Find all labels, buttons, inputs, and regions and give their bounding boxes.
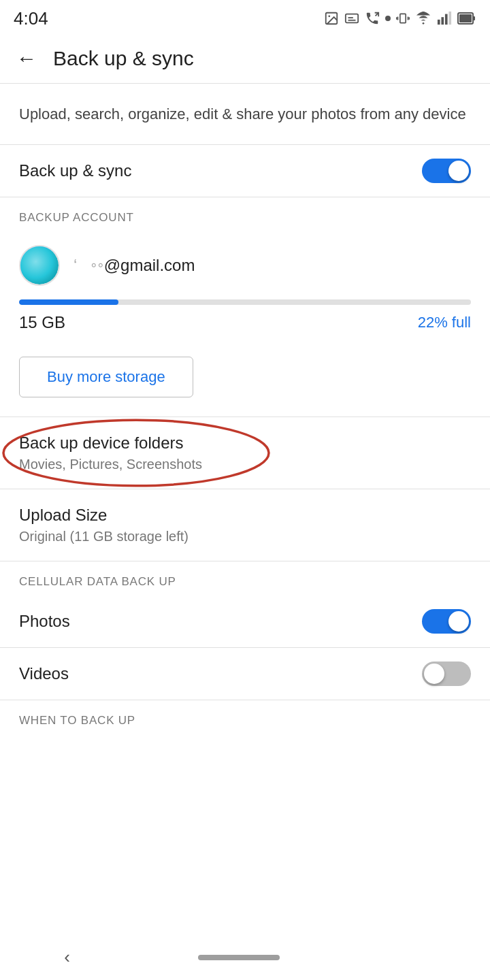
upload-size-row[interactable]: Upload Size Original (11 GB storage left… <box>0 489 490 561</box>
nav-back-button[interactable]: ‹ <box>64 947 70 968</box>
avatar <box>19 245 60 286</box>
cellular-data-header: CELLULAR DATA BACK UP <box>0 561 490 595</box>
videos-toggle-thumb <box>424 664 444 684</box>
status-time: 4:04 <box>14 8 48 29</box>
caption-icon <box>344 11 359 26</box>
photos-toggle-thumb <box>448 611 469 632</box>
spacer <box>0 734 490 816</box>
svg-rect-12 <box>438 20 440 24</box>
svg-rect-6 <box>400 14 406 22</box>
device-folders-title: Back up device folders <box>19 434 471 453</box>
device-folders-row[interactable]: Back up device folders Movies, Pictures,… <box>0 417 490 489</box>
red-oval-annotation <box>0 417 490 489</box>
storage-bar-background <box>19 299 471 305</box>
videos-toggle-row: Videos <box>0 648 490 700</box>
videos-label: Videos <box>19 664 69 683</box>
wifi-icon <box>415 11 431 26</box>
status-icons <box>324 11 476 26</box>
status-bar: 4:04 <box>0 0 490 34</box>
battery-icon <box>457 11 476 26</box>
when-to-backup-header: WHEN TO BACK UP <box>0 700 490 734</box>
storage-size: 15 GB <box>19 313 65 332</box>
upload-size-title: Upload Size <box>19 506 471 525</box>
svg-rect-18 <box>459 14 472 22</box>
svg-point-1 <box>328 15 330 17</box>
backup-sync-row: Back up & sync <box>0 145 490 197</box>
svg-point-19 <box>3 420 269 486</box>
backup-sync-label: Back up & sync <box>19 161 131 180</box>
dot-icon <box>385 16 391 21</box>
nav-bar: ‹ <box>0 934 490 980</box>
avatar-image <box>20 246 59 284</box>
svg-rect-13 <box>441 17 444 24</box>
image-icon <box>324 11 339 26</box>
nav-home-pill[interactable] <box>198 955 280 960</box>
svg-rect-14 <box>445 14 448 25</box>
vibrate-icon <box>396 11 410 26</box>
svg-point-11 <box>423 22 425 24</box>
back-button[interactable]: ← <box>16 48 37 69</box>
storage-info: 15 GB 22% full <box>19 313 471 332</box>
cellular-data-label: CELLULAR DATA BACK UP <box>19 575 176 588</box>
backup-sync-toggle[interactable] <box>422 159 471 183</box>
photos-toggle[interactable] <box>422 609 471 634</box>
photos-label: Photos <box>19 612 70 631</box>
top-bar: ← Back up & sync <box>0 34 490 83</box>
upload-size-subtitle: Original (11 GB storage left) <box>19 529 471 544</box>
buy-storage-button[interactable]: Buy more storage <box>19 357 193 397</box>
signal-icon <box>437 11 452 26</box>
device-folders-subtitle: Movies, Pictures, Screenshots <box>19 457 471 472</box>
settings-rows-container: Back up device folders Movies, Pictures,… <box>0 417 490 561</box>
backup-account-header: BACKUP ACCOUNT <box>0 197 490 231</box>
videos-toggle[interactable] <box>422 662 471 686</box>
buy-storage-section: Buy more storage <box>0 346 490 416</box>
missed-call-icon <box>365 11 380 26</box>
backup-account-label: BACKUP ACCOUNT <box>19 211 134 224</box>
account-email: ‘ ⸰⸰@gmail.com <box>74 256 195 275</box>
photos-toggle-row: Photos <box>0 595 490 647</box>
page-title: Back up & sync <box>53 47 194 70</box>
description-section: Upload, search, organize, edit & share y… <box>0 84 490 144</box>
storage-percent: 22% full <box>418 314 471 331</box>
storage-section: 15 GB 22% full <box>0 299 490 346</box>
svg-rect-17 <box>473 16 475 20</box>
description-text: Upload, search, organize, edit & share y… <box>19 105 466 122</box>
svg-rect-15 <box>448 12 451 24</box>
account-row[interactable]: ‘ ⸰⸰@gmail.com <box>0 231 490 299</box>
storage-bar-fill <box>19 299 118 305</box>
toggle-thumb <box>448 161 469 181</box>
when-to-backup-label: WHEN TO BACK UP <box>19 714 135 727</box>
